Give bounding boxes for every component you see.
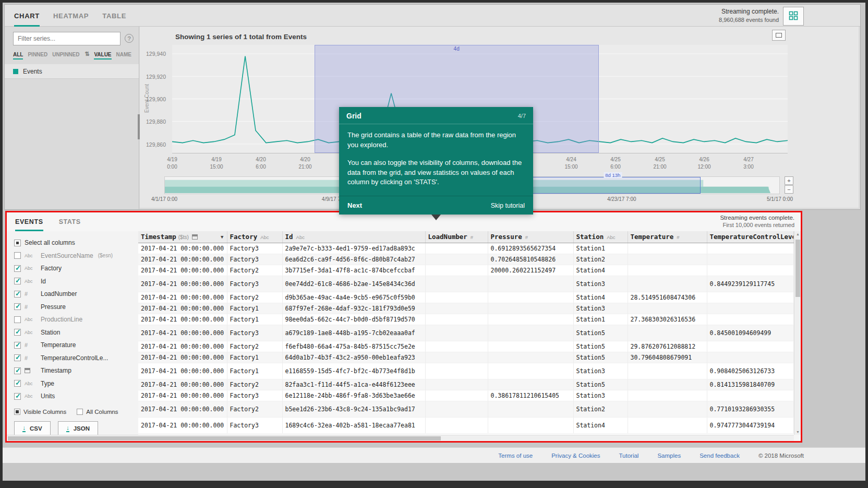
string-type-icon: Abc	[25, 330, 37, 335]
column-toggle-temperaturecontrolle[interactable]: #TemperatureControlLe...	[7, 352, 138, 365]
column-toggle-station[interactable]: AbcStation	[7, 326, 138, 339]
temperaturecontrollevel-cell: 0.9084025063126733	[707, 363, 793, 379]
temperaturecontrollevel-cell: 0.9747773044739194	[707, 417, 793, 433]
tutorial-skip-button[interactable]: Skip tutorial	[491, 202, 525, 209]
horizontal-scrollbar-thumb[interactable]	[8, 436, 441, 441]
table-row[interactable]: 2017-04-21 00:00:00.000Factory1e1168559-…	[138, 363, 793, 379]
column-header-pressure[interactable]: Pressure#	[488, 231, 573, 243]
table-row[interactable]: 2017-04-21 00:00:00.000Factory30ee74dd2-…	[138, 276, 793, 292]
column-toggle-type[interactable]: AbcType	[7, 377, 138, 390]
table-row[interactable]: 2017-04-21 00:00:00.000Factory2d9b365ae-…	[138, 292, 793, 303]
loadnumber-cell	[425, 417, 488, 433]
factory-cell: Factory1	[227, 352, 282, 363]
factory-cell: Factory3	[227, 325, 282, 341]
pressure-cell	[488, 341, 573, 352]
column-header-station[interactable]: StationAbc	[573, 231, 628, 243]
sort-tab-name[interactable]: NAME	[116, 52, 131, 59]
column-toggle-loadnumber[interactable]: #LoadNumber	[7, 288, 138, 301]
sort-tab-value[interactable]: VALUE	[94, 52, 111, 59]
help-icon[interactable]: ?	[125, 34, 134, 43]
table-row[interactable]: 2017-04-21 00:00:00.000Factory36ea6d2c6-…	[138, 254, 793, 265]
footer-link-privacy-cookies[interactable]: Privacy & Cookies	[551, 453, 600, 459]
footer-link-tutorial[interactable]: Tutorial	[619, 453, 639, 459]
column-toggle-units[interactable]: AbcUnits	[7, 390, 138, 403]
annotation-icon	[776, 33, 782, 38]
series-filter-tabs: ALLPINNEDUNPINNED	[13, 52, 79, 59]
xtick-date: 4/19	[156, 156, 188, 163]
annotation-button[interactable]	[772, 30, 786, 41]
column-header-temperaturecontrollevel[interactable]: TemperatureControlLevel	[707, 231, 793, 243]
factory-cell: Factory3	[227, 254, 282, 265]
column-header-temperature[interactable]: Temperature#	[628, 231, 707, 243]
scroll-up-arrow[interactable]: ▲	[794, 232, 801, 236]
table-row[interactable]: 2017-04-21 00:00:00.000Factory282faa3c1-…	[138, 379, 793, 390]
table-row[interactable]: 2017-04-21 00:00:00.000Factory2f6efb480-…	[138, 341, 793, 352]
column-toggle-id[interactable]: AbcId	[7, 275, 138, 288]
brush-selection-window[interactable]	[525, 177, 701, 194]
tab-chart[interactable]: CHART	[14, 5, 40, 27]
checkbox-icon	[14, 367, 21, 374]
filter-tab-unpinned[interactable]: UNPINNED	[52, 52, 79, 59]
vertical-scrollbar[interactable]: ▲ ▼	[794, 231, 801, 435]
column-header-factory[interactable]: FactoryAbc	[227, 231, 282, 243]
table-row[interactable]: 2017-04-21 00:00:00.000Factory198ee0da5-…	[138, 314, 793, 325]
temperaturecontrollevel-cell	[707, 243, 793, 254]
factory-cell: Factory1	[227, 303, 282, 314]
table-row[interactable]: 2017-04-21 00:00:00.000Factory32a9e7e7c-…	[138, 243, 793, 254]
download-csv-button[interactable]: ↓ CSV	[14, 421, 51, 436]
column-header-suffix: ($ts)	[178, 234, 189, 240]
table-row[interactable]: 2017-04-21 00:00:00.000Factory2b5ee1d26-…	[138, 401, 793, 417]
station-cell: Station5	[573, 379, 628, 390]
column-header-id[interactable]: IdAbc	[282, 231, 425, 243]
factory-cell: Factory3	[227, 243, 282, 254]
visible-columns-option[interactable]: Visible Columns	[14, 409, 66, 415]
table-row[interactable]: 2017-04-21 00:00:00.000Factory23b7715ef-…	[138, 265, 793, 276]
number-type-icon: #	[25, 304, 37, 310]
tab-stats[interactable]: STATS	[59, 212, 81, 231]
column-toggle-timestamp[interactable]: Timestamp	[7, 364, 138, 377]
table-row[interactable]: 2017-04-21 00:00:00.000Factory3a679c189-…	[138, 325, 793, 341]
temperaturecontrollevel-cell	[707, 303, 793, 314]
table-row[interactable]: 2017-04-21 00:00:00.000Factory164d0a1b7-…	[138, 352, 793, 363]
column-header-loadnumber[interactable]: LoadNumber#	[425, 231, 488, 243]
checkbox-icon	[14, 316, 21, 323]
filter-series-input[interactable]	[13, 32, 120, 45]
column-toggle-pressure[interactable]: #Pressure	[7, 301, 138, 314]
footer-link-terms-of-use[interactable]: Terms of use	[498, 453, 533, 459]
footer-link-samples[interactable]: Samples	[657, 453, 681, 459]
series-item-events[interactable]: Events	[5, 64, 139, 79]
tutorial-pointer-arrow	[431, 215, 441, 220]
column-toggle-eventsourcename[interactable]: AbcEventSourceName($esn)	[7, 249, 138, 263]
tab-events[interactable]: EVENTS	[15, 212, 43, 231]
id-cell: 3b7715ef-3da1-47f8-ac1c-874bcefccbaf	[282, 265, 425, 276]
brush-zoom-controls: + −	[785, 176, 793, 194]
column-header-label: LoadNumber	[428, 233, 467, 241]
tab-heatmap[interactable]: HEATMAP	[53, 5, 89, 27]
filter-tab-all[interactable]: ALL	[13, 52, 23, 59]
pressure-cell: 20000.260221152497	[488, 265, 573, 276]
tutorial-next-button[interactable]: Next	[347, 201, 362, 209]
tab-table[interactable]: TABLE	[102, 5, 126, 27]
string-type-icon: Abc	[607, 234, 615, 240]
vertical-scrollbar-thumb[interactable]	[795, 240, 800, 297]
perspective-grid-button[interactable]	[783, 7, 804, 26]
zoom-out-button[interactable]: −	[785, 185, 793, 194]
column-toggle-productionline[interactable]: AbcProductionLine	[7, 313, 138, 326]
table-row[interactable]: 2017-04-21 00:00:00.000Factory36e12118e-…	[138, 390, 793, 401]
zoom-in-button[interactable]: +	[785, 176, 793, 185]
column-toggle-temperature[interactable]: #Temperature	[7, 339, 138, 352]
column-toggle-select-all-columns[interactable]: Select all columns	[7, 236, 138, 249]
footer-link-send-feedback[interactable]: Send feedback	[700, 453, 740, 459]
table-row[interactable]: 2017-04-21 00:00:00.000Factory31689c4c6-…	[138, 417, 793, 433]
scroll-down-arrow[interactable]: ▼	[794, 430, 801, 434]
column-toggle-factory[interactable]: AbcFactory	[7, 262, 138, 275]
horizontal-scrollbar[interactable]	[7, 435, 794, 441]
factory-cell: Factory2	[227, 292, 282, 303]
table-row[interactable]: 2017-04-21 00:00:00.000Factory1687f97ef-…	[138, 303, 793, 314]
download-json-button[interactable]: ↓ JSON	[58, 421, 98, 436]
column-header-timestamp[interactable]: Timestamp($ts)▼	[138, 231, 227, 243]
timestamp-cell: 2017-04-21 00:00:00.000	[138, 341, 227, 352]
timestamp-cell: 2017-04-21 00:00:00.000	[138, 390, 227, 401]
filter-tab-pinned[interactable]: PINNED	[28, 52, 47, 59]
all-columns-option[interactable]: All Columns	[77, 409, 118, 415]
